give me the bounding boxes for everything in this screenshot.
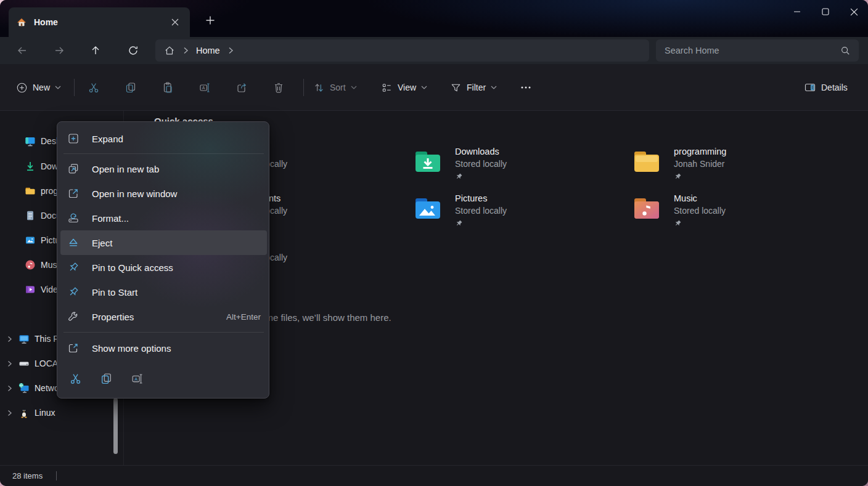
tile-programming[interactable]: programming Jonah Snider (632, 146, 835, 180)
menu-item-properties[interactable]: Properties Alt+Enter (60, 304, 267, 329)
rename-icon[interactable]: A (125, 366, 149, 391)
copy-icon[interactable] (94, 366, 118, 391)
cut-icon[interactable] (81, 75, 106, 100)
rename-icon[interactable]: A (192, 75, 217, 100)
close-icon[interactable] (840, 0, 868, 23)
view-button-label: View (398, 83, 416, 92)
delete-icon[interactable] (266, 75, 291, 100)
wrench-icon (66, 310, 81, 323)
music-icon (23, 259, 37, 271)
breadcrumb-item-home[interactable]: Home (196, 46, 220, 55)
open-new-tab-icon (66, 163, 81, 175)
show-more-icon (66, 342, 81, 354)
chevron-right-icon[interactable] (5, 410, 14, 416)
linux-penguin-icon (17, 407, 31, 419)
refresh-icon[interactable] (123, 41, 144, 60)
forward-icon[interactable] (49, 41, 70, 60)
cut-icon[interactable] (63, 366, 88, 391)
paste-icon[interactable] (155, 75, 180, 100)
menu-item-show-more-options[interactable]: Show more options (60, 336, 267, 360)
view-icon (381, 82, 393, 94)
tile-downloads[interactable]: Downloads Stored locally (413, 146, 616, 180)
home-icon[interactable] (164, 45, 175, 56)
navigation-bar: Home Search Home (0, 37, 868, 64)
menu-item-eject[interactable]: Eject (60, 230, 267, 255)
plus-circle-icon (16, 82, 28, 94)
tile-pictures[interactable]: Pictures Stored locally (413, 193, 616, 227)
search-icon[interactable] (840, 46, 850, 55)
copy-icon[interactable] (118, 75, 143, 100)
share-icon[interactable] (229, 75, 254, 100)
details-pane-icon (804, 81, 816, 94)
tab-close-icon[interactable] (166, 14, 184, 31)
menu-divider (63, 153, 264, 154)
sidebar-item-linux[interactable]: Linux (5, 402, 116, 424)
chevron-down-icon (491, 86, 497, 89)
menu-item-pin-quick-access[interactable]: Pin to Quick access (60, 255, 267, 280)
chevron-right-icon[interactable] (5, 336, 14, 342)
pictures-icon (23, 234, 37, 246)
shortcut-label: Alt+Enter (226, 312, 261, 322)
command-toolbar: New A Sort (0, 64, 868, 111)
minimize-icon[interactable] (783, 0, 811, 23)
status-bar: 28 items (0, 465, 868, 486)
toolbar-divider (74, 79, 75, 96)
chevron-down-icon (55, 86, 61, 89)
format-icon (66, 212, 81, 224)
tile-music[interactable]: Music Stored locally (632, 193, 835, 227)
context-menu: Expand Open in new tab Open in new windo… (57, 121, 269, 399)
sort-button[interactable]: Sort (308, 76, 362, 99)
menu-item-open-new-tab[interactable]: Open in new tab (60, 156, 267, 181)
music-folder-icon (632, 193, 661, 222)
chevron-right-icon[interactable] (227, 47, 234, 54)
search-placeholder: Search Home (665, 46, 840, 55)
pin-icon (455, 219, 507, 227)
network-icon (17, 382, 31, 394)
tab-home[interactable]: Home (9, 7, 190, 37)
details-button[interactable]: Details (799, 76, 853, 99)
pin-icon (674, 219, 726, 227)
back-icon[interactable] (12, 41, 33, 60)
sidebar-scrollbar[interactable] (113, 398, 118, 454)
filter-button-label: Filter (467, 83, 486, 92)
sort-button-label: Sort (330, 83, 346, 92)
more-dots-icon[interactable] (514, 75, 538, 100)
status-divider (56, 471, 57, 480)
view-button[interactable]: View (376, 76, 432, 99)
tab-title: Home (34, 17, 166, 27)
menu-item-format[interactable]: Format... (60, 206, 267, 230)
this-pc-icon (17, 333, 31, 345)
quick-actions-row: A (63, 366, 149, 391)
svg-text:A: A (134, 376, 137, 381)
download-arrow-icon (23, 160, 37, 172)
title-bar: Home (0, 0, 868, 37)
pin-icon (455, 172, 507, 180)
up-icon[interactable] (85, 41, 106, 60)
file-explorer-window: Home (0, 0, 868, 486)
new-button[interactable]: New (11, 76, 66, 99)
filter-button[interactable]: Filter (445, 76, 502, 99)
programming-folder-icon (632, 146, 661, 176)
pictures-folder-icon (413, 193, 443, 222)
chevron-down-icon (421, 86, 427, 89)
desktop-icon (23, 135, 37, 147)
new-button-label: New (33, 83, 50, 92)
menu-item-open-new-window[interactable]: Open in new window (60, 181, 267, 206)
chevron-right-icon[interactable] (5, 385, 14, 392)
search-input[interactable]: Search Home (656, 39, 859, 62)
chevron-down-icon (351, 86, 357, 89)
menu-item-expand[interactable]: Expand (60, 126, 267, 151)
chevron-right-icon[interactable] (5, 360, 14, 367)
eject-icon (66, 237, 81, 249)
menu-item-pin-start[interactable]: Pin to Start (60, 280, 267, 304)
folder-icon (23, 185, 37, 197)
pin-icon (66, 286, 81, 298)
pin-icon (674, 172, 726, 180)
breadcrumb[interactable]: Home (155, 39, 649, 62)
downloads-folder-icon (413, 146, 443, 176)
svg-text:A: A (202, 86, 205, 90)
maximize-icon[interactable] (811, 0, 840, 23)
home-icon (16, 17, 27, 28)
sort-icon (313, 82, 325, 94)
new-tab-plus-icon[interactable] (201, 11, 219, 30)
